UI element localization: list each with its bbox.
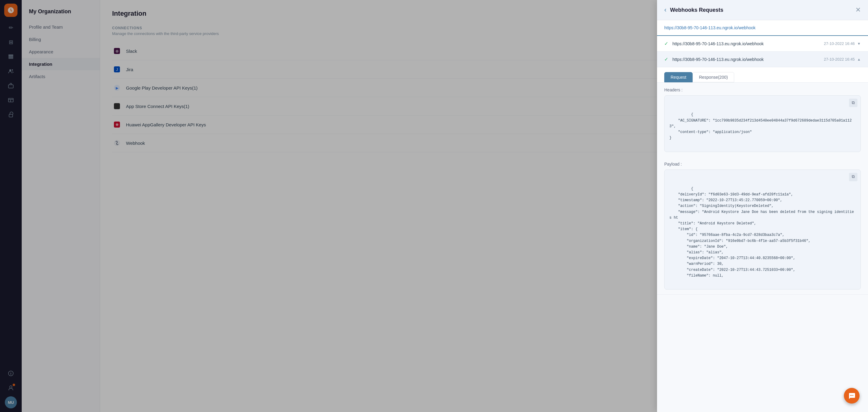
success-check-icon-2: ✓ [664,56,668,62]
tab-request[interactable]: Request [664,72,692,82]
headers-code: { "AC_SIGNATURE": "1cc799b9835d234f213d4… [670,113,852,140]
svg-point-26 [851,395,852,396]
payload-section: Payload : ⧉ { "deliveryId": "f6d03e63-10… [657,157,868,295]
svg-point-25 [850,395,851,396]
request-url-1: https://30b8-95-70-146-113.eu.ngrok.io/w… [673,41,824,46]
webhook-url: https://30b8-95-70-146-113.eu.ngrok.io/w… [664,25,755,30]
chevron-icon-2: ▲ [857,57,861,61]
success-check-icon-1: ✓ [664,41,668,47]
headers-code-block: ⧉ { "AC_SIGNATURE": "1cc799b9835d234f213… [664,95,861,152]
headers-section: Headers : ⧉ { "AC_SIGNATURE": "1cc799b98… [657,83,868,157]
request-row-2[interactable]: ✓ https://30b8-95-70-146-113.eu.ngrok.io… [657,52,868,67]
chevron-icon-1: ▼ [857,41,861,46]
chat-fab-button[interactable] [844,388,860,404]
request-time-2: 27-10-2022 16:45 [824,57,855,61]
tab-response[interactable]: Response(200) [692,72,734,82]
headers-label: Headers : [664,87,861,92]
panel-body: ✓ https://30b8-95-70-146-113.eu.ngrok.io… [657,36,868,412]
panel-title: Webhooks Requests [670,7,855,13]
expanded-content: Request Response(200) Headers : ⧉ { "AC_… [657,67,868,295]
close-button[interactable]: ✕ [855,6,861,14]
webhooks-panel: ‹ Webhooks Requests ✕ https://30b8-95-70… [657,0,868,412]
svg-point-27 [852,395,854,396]
payload-label: Payload : [664,161,861,167]
payload-code: { "deliveryId": "f6d03e63-10d3-49dd-9eaf… [670,187,854,278]
request-time-1: 27-10-2022 16:46 [824,41,855,46]
tab-bar: Request Response(200) [657,67,868,83]
copy-payload-button[interactable]: ⧉ [849,173,858,181]
request-url-2: https://30b8-95-70-146-113.eu.ngrok.io/w… [673,57,824,62]
request-row-1[interactable]: ✓ https://30b8-95-70-146-113.eu.ngrok.io… [657,36,868,52]
panel-url-bar: https://30b8-95-70-146-113.eu.ngrok.io/w… [657,20,868,36]
payload-code-block: ⧉ { "deliveryId": "f6d03e63-10d3-49dd-9e… [664,170,861,290]
panel-header: ‹ Webhooks Requests ✕ [657,0,868,20]
copy-headers-button[interactable]: ⧉ [849,99,858,107]
back-button[interactable]: ‹ [664,6,666,14]
